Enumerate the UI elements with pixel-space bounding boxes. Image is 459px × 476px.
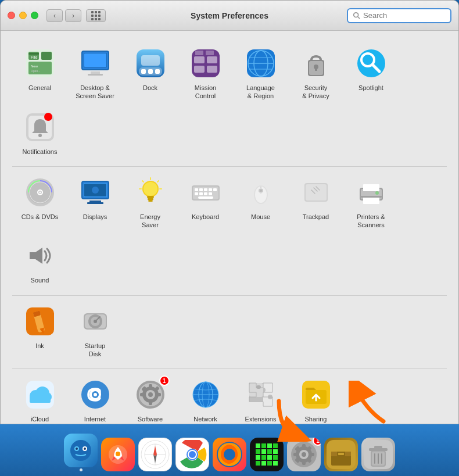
svg-rect-206 [256,461,260,466]
grid-view-button[interactable] [86,9,106,22]
svg-rect-74 [204,188,207,191]
dock-item-finder[interactable] [64,434,98,471]
desktop-label: Desktop &Screen Saver [76,84,114,101]
dock-item-pixelmate[interactable] [250,438,284,471]
back-button[interactable]: ‹ [46,9,63,22]
svg-rect-207 [261,461,266,466]
search-input[interactable] [363,11,446,20]
sharing-label: Sharing [305,415,327,423]
svg-point-173 [70,440,91,461]
minimize-button[interactable] [19,12,27,19]
pref-item-softwareupdate[interactable]: 1 SoftwareUpdate [123,371,178,424]
pref-item-keyboard[interactable]: Keyboard [178,169,233,233]
svg-rect-198 [256,449,260,454]
dock-item-safari[interactable] [138,438,172,471]
security-icon [299,46,334,81]
svg-rect-75 [209,188,212,191]
trash-dock-icon [361,438,395,471]
pref-item-cds[interactable]: CDs & DVDs [12,169,67,233]
svg-rect-58 [89,201,101,202]
pref-item-security[interactable]: Security& Privacy [288,40,343,104]
dock-item-launchpad[interactable] [101,438,135,471]
svg-rect-204 [267,455,272,460]
general-label: General [28,84,51,92]
dock-item-trash[interactable] [361,438,395,471]
pref-item-icloud[interactable]: iCloud [12,371,67,424]
pref-item-mouse[interactable]: Mouse [233,169,288,233]
svg-rect-79 [204,192,207,195]
startup-icon [78,304,113,339]
svg-point-57 [92,187,99,194]
keyboard-label: Keyboard [192,213,219,221]
ink-label: Ink [35,342,44,350]
svg-rect-208 [267,461,272,466]
close-button[interactable] [8,12,15,19]
svg-line-68 [142,181,144,182]
keyboard-icon [188,175,223,210]
pref-item-displays[interactable]: Displays [67,169,123,233]
svg-rect-214 [302,444,306,449]
svg-rect-205 [273,455,278,460]
dock-item-firefox[interactable] [213,438,246,471]
svg-rect-39 [315,68,317,71]
svg-rect-21 [141,55,160,66]
svg-rect-95 [363,184,379,191]
svg-text:Open...: Open... [31,69,40,73]
security-label: Security& Privacy [302,84,329,101]
pref-item-network[interactable]: Network [178,371,233,424]
svg-point-213 [302,452,306,457]
content-area: File New Open... General [1,31,458,424]
pref-item-mission[interactable]: MissionControl [178,40,233,104]
pref-item-dock[interactable]: Dock [123,40,178,104]
softwareupdate-icon: 1 [133,377,168,412]
svg-rect-122 [149,384,152,389]
pref-item-notifications[interactable]: Notifications [12,104,67,159]
svg-point-52 [39,191,41,193]
pref-item-desktop[interactable]: Desktop &Screen Saver [67,40,123,104]
svg-rect-215 [302,460,306,465]
svg-point-0 [354,12,358,17]
icloud-label: iCloud [31,415,49,423]
finder-dock-icon [64,434,98,467]
cds-label: CDs & DVDs [21,213,59,221]
pref-item-energy[interactable]: EnergySaver [123,169,178,233]
pref-item-spotlight[interactable]: Spotlight [343,40,399,104]
pref-item-trackpad[interactable]: Trackpad [288,169,343,233]
dock-item-chrome[interactable] [175,438,209,471]
search-box[interactable] [347,8,451,23]
svg-rect-197 [273,443,278,448]
pref-item-ink[interactable]: Ink [12,298,67,362]
svg-rect-4 [28,53,39,55]
svg-rect-217 [310,453,314,456]
dock-item-sysprefs[interactable]: 1 [287,438,321,471]
mission-icon [188,46,223,81]
hardware-section: CDs & DVDs [12,169,447,296]
pref-item-extensions[interactable]: Extensions [233,371,288,424]
svg-text:New: New [31,65,38,68]
svg-rect-72 [195,188,198,191]
internet-label: InternetAccounts [82,415,108,424]
pref-item-sharing[interactable]: Sharing [288,371,343,424]
dock-item-downloads[interactable] [324,438,358,471]
pref-item-internet[interactable]: InternetAccounts [67,371,123,424]
svg-rect-26 [207,66,217,73]
startup-label: StartupDisk [85,342,105,359]
maximize-button[interactable] [31,12,38,19]
ink-icon [23,304,58,339]
svg-rect-125 [156,393,161,396]
pref-item-general[interactable]: File New Open... General [12,40,67,104]
icloud-icon [23,377,58,412]
displays-icon [78,175,113,210]
forward-button[interactable]: › [65,9,81,22]
pref-item-startup[interactable]: StartupDisk [67,298,123,362]
titlebar: ‹ › System Preferences [1,1,458,31]
pref-item-language[interactable]: Language& Region [233,40,288,104]
pref-item-printers[interactable]: Printers &Scanners [343,169,399,233]
sysprefs-dock-icon: 1 [287,438,321,471]
svg-rect-81 [198,196,213,199]
network-label: Network [193,415,217,423]
pref-item-sound[interactable]: Sound [12,232,67,288]
hardware2-section: Ink [12,298,447,370]
svg-rect-59 [87,202,103,204]
svg-rect-195 [261,443,266,448]
